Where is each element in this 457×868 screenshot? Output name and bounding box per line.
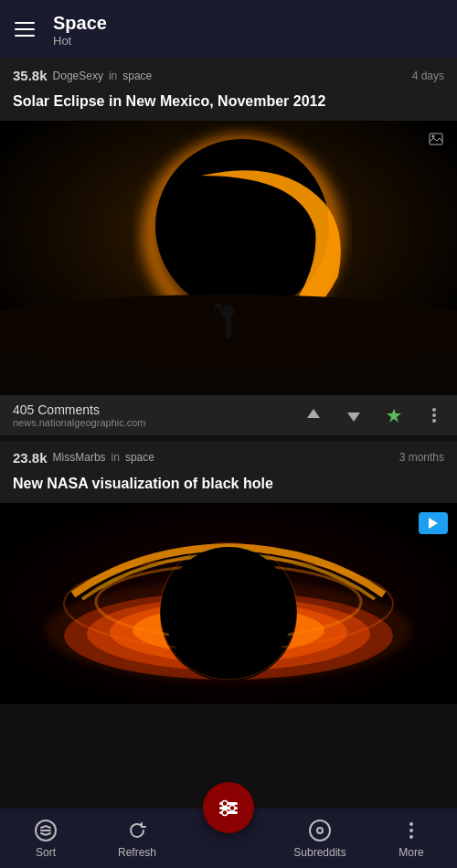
svg-marker-14 bbox=[387, 409, 401, 423]
post-feed: 35.8k DogeSexy in space 4 days Solar Ecl… bbox=[0, 59, 457, 809]
fab-button[interactable] bbox=[203, 782, 254, 833]
more-options-button[interactable] bbox=[424, 405, 444, 425]
refresh-icon bbox=[125, 819, 149, 842]
subreddits-label: Subreddits bbox=[293, 846, 345, 859]
post-time: 3 months bbox=[399, 451, 444, 464]
nav-item-sort[interactable]: Sort bbox=[0, 819, 91, 859]
post-card: 35.8k DogeSexy in space 4 days Solar Ecl… bbox=[0, 59, 457, 435]
post-comments-count: 405 Comments bbox=[13, 402, 146, 417]
blackhole-svg bbox=[0, 503, 457, 704]
post-image[interactable] bbox=[0, 121, 457, 395]
post-actions-bar: 405 Comments news.nationalgeographic.com bbox=[0, 395, 457, 435]
svg-point-27 bbox=[165, 547, 292, 675]
svg-point-33 bbox=[229, 806, 235, 811]
svg-point-15 bbox=[432, 408, 436, 412]
svg-point-13 bbox=[432, 134, 435, 137]
svg-point-3 bbox=[155, 139, 329, 313]
eclipse-image bbox=[0, 121, 457, 395]
post-image-blackhole[interactable] bbox=[0, 503, 457, 704]
post-meta: 35.8k DogeSexy in space 4 days bbox=[0, 59, 457, 89]
svg-point-39 bbox=[409, 829, 413, 832]
image-type-badge bbox=[424, 130, 448, 148]
post-score: 23.8k bbox=[13, 450, 48, 466]
post-title[interactable]: Solar Eclipse in New Mexico, November 20… bbox=[0, 89, 457, 121]
svg-point-37 bbox=[317, 828, 323, 833]
svg-point-36 bbox=[310, 820, 330, 841]
svg-point-17 bbox=[432, 419, 436, 423]
refresh-label: Refresh bbox=[118, 846, 156, 859]
svg-point-32 bbox=[222, 801, 228, 807]
post-subreddit[interactable]: space bbox=[122, 70, 152, 82]
post-comments-info[interactable]: 405 Comments news.nationalgeographic.com bbox=[13, 402, 146, 428]
more-icon bbox=[399, 819, 423, 842]
svg-rect-10 bbox=[215, 304, 222, 308]
post-time: 4 days bbox=[412, 70, 444, 82]
header-titles: Space Hot bbox=[53, 12, 107, 48]
svg-point-40 bbox=[409, 835, 413, 839]
nav-item-refresh[interactable]: Refresh bbox=[91, 819, 183, 859]
post-meta-left: 23.8k MissMarbs in space bbox=[13, 450, 399, 466]
app-header: Space Hot bbox=[0, 0, 457, 59]
post-title[interactable]: New NASA visualization of black hole bbox=[0, 471, 457, 503]
more-label: More bbox=[399, 846, 423, 859]
post-source: news.nationalgeographic.com bbox=[13, 417, 146, 428]
nav-item-subreddits[interactable]: Subreddits bbox=[274, 819, 366, 859]
sort-label: Sort bbox=[36, 846, 56, 859]
svg-point-34 bbox=[222, 810, 228, 816]
svg-point-38 bbox=[409, 822, 413, 826]
nav-item-more[interactable]: More bbox=[366, 819, 457, 859]
blackhole-visual bbox=[0, 503, 457, 704]
svg-rect-11 bbox=[429, 133, 443, 145]
post-meta-left: 35.8k DogeSexy in space bbox=[13, 68, 412, 83]
hamburger-menu-button[interactable] bbox=[15, 22, 35, 37]
post-action-icons bbox=[303, 405, 444, 425]
post-user[interactable]: DogeSexy bbox=[53, 70, 103, 82]
eclipse-svg bbox=[0, 121, 457, 395]
post-card: 23.8k MissMarbs in space 3 months New NA… bbox=[0, 441, 457, 704]
header-title: Space bbox=[53, 12, 107, 34]
play-badge bbox=[419, 512, 448, 534]
post-meta: 23.8k MissMarbs in space 3 months bbox=[0, 441, 457, 471]
subreddits-icon bbox=[308, 819, 332, 842]
header-subtitle: Hot bbox=[53, 34, 107, 48]
save-button[interactable] bbox=[384, 405, 404, 425]
post-score: 35.8k bbox=[13, 68, 48, 83]
post-subreddit[interactable]: space bbox=[125, 451, 154, 464]
sort-icon bbox=[34, 819, 58, 842]
post-user[interactable]: MissMarbs bbox=[53, 451, 106, 464]
upvote-button[interactable] bbox=[303, 405, 324, 425]
post-in: in bbox=[112, 451, 120, 464]
downvote-button[interactable] bbox=[344, 405, 364, 425]
post-in: in bbox=[109, 70, 117, 82]
svg-point-16 bbox=[432, 413, 436, 417]
